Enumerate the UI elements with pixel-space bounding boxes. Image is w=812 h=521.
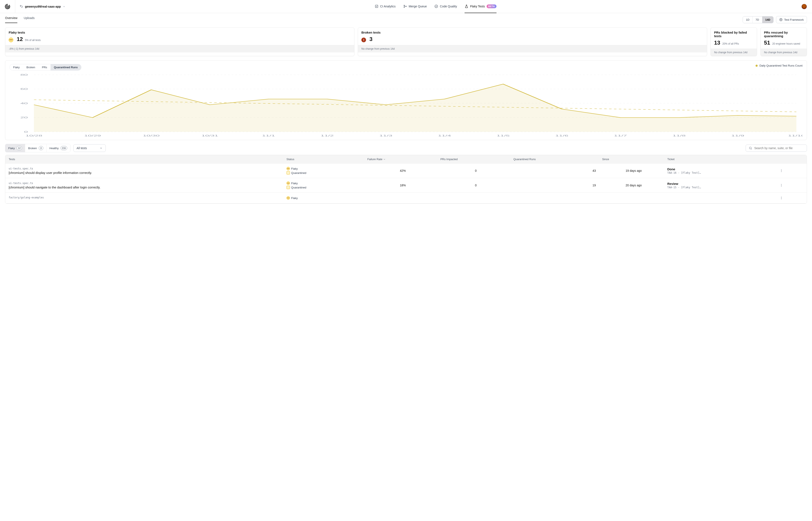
th-failure-rate[interactable]: Failure Rate <box>367 158 438 161</box>
row-more-button[interactable] <box>779 169 803 173</box>
timerange-7d[interactable]: 7D <box>753 17 762 23</box>
cell-status: 〰Flaky <box>286 196 365 200</box>
svg-text:11/3: 11/3 <box>379 134 392 137</box>
test-name: [chromium] should navigate to the dashbo… <box>9 185 284 189</box>
timerange-segment: 1D 7D 14D <box>743 16 773 23</box>
test-file: ui-tests.spec.ts <box>9 182 284 185</box>
nav-label: Code Quality <box>440 5 457 8</box>
timerange-1d[interactable]: 1D <box>743 17 753 23</box>
nav-flaky-tests[interactable]: Flaky Tests BETA <box>465 0 496 13</box>
flaky-icon: 〰 <box>9 38 13 42</box>
svg-point-39 <box>781 198 782 198</box>
ticket-id: TAA-16 - [Flaky Test] ui-… <box>667 171 701 174</box>
card-subtext: 20% of all PRs <box>722 42 739 45</box>
app-logo[interactable] <box>0 0 15 13</box>
svg-text:60: 60 <box>20 88 28 90</box>
card-title: Flaky tests <box>9 31 351 34</box>
chart-tab-prs[interactable]: PRs <box>39 64 50 70</box>
repo-selector[interactable]: gewenyu99/real-saas-app <box>15 5 70 8</box>
filter-flaky[interactable]: Flaky 12 <box>5 144 25 152</box>
search-input[interactable] <box>754 146 804 150</box>
svg-point-34 <box>781 171 782 172</box>
svg-point-1 <box>404 5 405 6</box>
table-row[interactable]: factory/golang-examples 〰Flaky <box>5 193 807 203</box>
th-ticket[interactable]: Ticket <box>667 158 778 161</box>
filter-count: 3 <box>39 146 43 150</box>
filter-broken[interactable]: Broken 3 <box>25 144 46 152</box>
search-box[interactable] <box>746 144 807 152</box>
cell-since: 20 days ago <box>602 184 665 187</box>
filters-row: Flaky 12 Broken 3 Healthy 216 All tests <box>0 140 812 155</box>
user-avatar[interactable] <box>802 4 807 9</box>
svg-text:0: 0 <box>24 131 28 133</box>
th-quarantined-runs[interactable]: Quarantined Runs <box>513 158 600 161</box>
nav-ci-analytics[interactable]: CI Analytics <box>375 0 396 13</box>
filter-healthy[interactable]: Healthy 216 <box>46 144 70 152</box>
plus-circle-icon <box>779 18 783 21</box>
chart-card: Flaky Broken PRs Quarantined Runs Daily … <box>5 61 807 140</box>
svg-point-38 <box>781 197 782 197</box>
flaky-icon: 〰 <box>286 196 290 200</box>
svg-text:11/6: 11/6 <box>555 134 569 137</box>
repo-name: gewenyu99/real-saas-app <box>25 5 61 8</box>
card-prs-rescued: PRs rescued by quarantining 51 20 engine… <box>761 27 807 56</box>
subtab-overview[interactable]: Overview <box>5 16 17 23</box>
cell-quarantined-runs: 19 <box>513 184 600 187</box>
th-status[interactable]: Status <box>286 158 365 161</box>
svg-text:10/30: 10/30 <box>143 134 159 137</box>
nav-merge-queue[interactable]: Merge Queue <box>403 0 427 13</box>
status-quarantined: Quarantined <box>286 186 365 189</box>
th-prs-impacted[interactable]: PRs Impacted <box>441 158 511 161</box>
svg-text:11/8: 11/8 <box>672 134 686 137</box>
svg-text:11/7: 11/7 <box>614 134 627 137</box>
card-title: PRs rescued by quarantining <box>764 31 803 38</box>
row-more-button[interactable] <box>779 184 803 187</box>
th-tests[interactable]: Tests <box>9 158 284 161</box>
svg-point-4 <box>435 5 438 8</box>
ticket-status: Review <box>667 182 778 185</box>
table-header: Tests Status Failure Rate PRs Impacted Q… <box>5 155 807 163</box>
cell-status: 〰Flaky Quarantined <box>286 167 365 175</box>
timerange-14d[interactable]: 14D <box>762 17 773 23</box>
header-bar: gewenyu99/real-saas-app CI Analytics Mer… <box>0 0 812 13</box>
quarantine-icon <box>286 171 290 175</box>
cell-prs-impacted: 0 <box>441 184 511 187</box>
cell-ticket <box>667 198 778 198</box>
chart-legend: Daily Quarantined Test Runs Count <box>755 64 803 67</box>
cell-test: factory/golang-examples <box>9 196 284 200</box>
table-row[interactable]: ui-tests.spec.ts [chromium] should displ… <box>5 163 807 178</box>
cell-prs-impacted: 0 <box>441 169 511 173</box>
svg-rect-0 <box>375 5 378 7</box>
svg-point-40 <box>781 199 782 199</box>
test-framework-button[interactable]: Test Framework <box>776 16 807 23</box>
card-broken-tests: Broken tests ! 3 No change from previous… <box>358 27 707 56</box>
chart-tab-quarantined[interactable]: Quarantined Runs <box>50 64 81 70</box>
flaky-icon: 〰 <box>286 167 290 170</box>
cell-status: 〰Flaky Quarantined <box>286 181 365 189</box>
nav-code-quality[interactable]: Code Quality <box>434 0 457 13</box>
status-filter-tabs: Flaky 12 Broken 3 Healthy 216 <box>5 144 70 152</box>
filter-count: 12 <box>17 146 22 150</box>
card-footer: ↓8% (-1) from previous 14d <box>5 45 354 52</box>
svg-text:10/28: 10/28 <box>26 134 42 137</box>
row-more-button[interactable] <box>779 196 803 200</box>
chart-tab-flaky[interactable]: Flaky <box>10 64 23 70</box>
subtab-uploads[interactable]: Uploads <box>24 16 35 23</box>
chevron-down-icon <box>63 5 66 8</box>
filter-count: 216 <box>61 146 67 150</box>
cell-test: ui-tests.spec.ts [chromium] should navig… <box>9 182 284 189</box>
beta-badge: BETA <box>487 4 496 8</box>
chart-tab-broken[interactable]: Broken <box>23 64 39 70</box>
search-icon <box>749 146 752 150</box>
chart-tabs: Flaky Broken PRs Quarantined Runs <box>9 64 81 71</box>
table-row[interactable]: ui-tests.spec.ts [chromium] should navig… <box>5 178 807 193</box>
card-title: PRs blocked by failed tests <box>714 31 753 38</box>
tests-dropdown[interactable]: All tests <box>73 144 106 152</box>
svg-text:11/4: 11/4 <box>438 134 451 137</box>
svg-text:11/2: 11/2 <box>321 134 334 137</box>
card-flaky-tests: Flaky tests 〰 12 5% of all tests ↓8% (-1… <box>5 27 355 56</box>
svg-text:80: 80 <box>20 73 28 76</box>
th-since[interactable]: Since <box>602 158 665 161</box>
card-value: 13 <box>714 40 720 46</box>
broken-icon: ! <box>361 38 366 42</box>
